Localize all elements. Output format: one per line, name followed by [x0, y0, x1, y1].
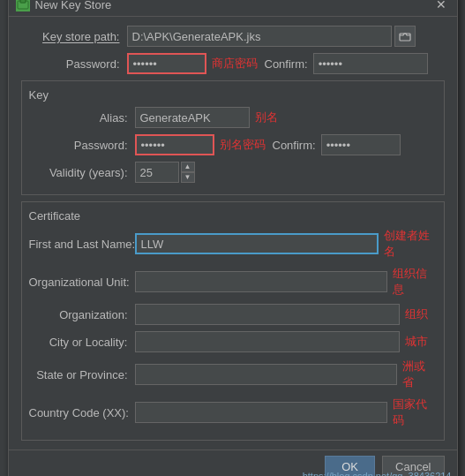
svg-rect-2: [400, 34, 410, 41]
keystore-path-input[interactable]: [127, 26, 392, 47]
validity-row: Validity (years): ▲ ▼: [29, 162, 437, 183]
key-confirm-input[interactable]: [321, 134, 401, 155]
org-unit-label: Organizational Unit:: [29, 276, 135, 289]
validity-spinner: ▲ ▼: [181, 162, 195, 183]
cert-section-title: Certificate: [29, 209, 437, 223]
city-row: City or Locality: 城市: [29, 331, 437, 352]
city-input[interactable]: [135, 331, 400, 352]
validity-label: Validity (years):: [29, 166, 135, 179]
state-label: State or Province:: [29, 368, 135, 382]
org-unit-input[interactable]: [135, 271, 387, 292]
org-label: Organization:: [29, 308, 135, 321]
dialog-title: New Key Store: [35, 0, 427, 11]
keystore-password-label: Password:: [21, 57, 127, 71]
org-unit-annotation: 组织信息: [393, 266, 437, 298]
key-confirm-label: Confirm:: [273, 139, 316, 152]
url-hint: https://blog.csdn.net/qq_38436214: [297, 469, 457, 476]
dialog-content: Key store path: Password: 商店密码 Confirm: …: [9, 17, 457, 450]
keystore-path-row: Key store path:: [21, 26, 445, 47]
key-password-row: Password: 别名密码 Confirm:: [29, 134, 437, 155]
dialog-icon: [16, 0, 30, 11]
keystore-path-label: Key store path:: [21, 30, 127, 43]
browse-button[interactable]: [394, 26, 416, 47]
keystore-password-annotation: 商店密码: [212, 56, 258, 72]
org-row: Organization: 组织: [29, 304, 437, 325]
title-bar: New Key Store ✕: [9, 0, 457, 17]
first-last-label: First and Last Name:: [29, 238, 135, 251]
city-annotation: 城市: [405, 334, 428, 350]
key-section-title: Key: [29, 88, 437, 102]
org-annotation: 组织: [405, 306, 428, 322]
new-key-store-dialog: New Key Store ✕ Key store path: Password…: [8, 0, 458, 476]
keystore-password-row: Password: 商店密码 Confirm:: [21, 53, 445, 74]
validity-down-button[interactable]: ▼: [181, 172, 195, 183]
country-input[interactable]: [135, 402, 387, 423]
keystore-password-input[interactable]: [127, 53, 206, 74]
country-annotation: 国家代码: [393, 397, 437, 428]
key-section: Key Alias: 别名 Password: 别名密码 Confirm: Va…: [21, 80, 445, 195]
country-label: Country Code (XX):: [29, 406, 135, 419]
key-password-annotation: 别名密码: [220, 137, 266, 153]
alias-label: Alias:: [29, 111, 135, 125]
state-input[interactable]: [135, 364, 397, 385]
keystore-confirm-label: Confirm:: [265, 57, 308, 71]
first-last-row: First and Last Name: 创建者姓名: [29, 228, 437, 260]
alias-annotation: 别名: [255, 110, 278, 125]
first-last-annotation: 创建者姓名: [384, 228, 437, 260]
org-unit-row: Organizational Unit: 组织信息: [29, 266, 437, 298]
alias-input[interactable]: [135, 107, 250, 128]
first-last-input[interactable]: [135, 233, 379, 254]
cert-section: Certificate First and Last Name: 创建者姓名 O…: [21, 201, 445, 441]
dialog-footer: OK Cancel https://blog.csdn.net/qq_38436…: [9, 450, 457, 476]
org-input[interactable]: [135, 304, 400, 325]
alias-row: Alias: 别名: [29, 107, 437, 128]
validity-up-button[interactable]: ▲: [181, 162, 195, 172]
state-row: State or Province: 洲或省: [29, 359, 437, 390]
state-annotation: 洲或省: [402, 359, 437, 390]
key-password-label: Password:: [29, 139, 135, 152]
country-row: Country Code (XX): 国家代码: [29, 397, 437, 428]
keystore-confirm-input[interactable]: [313, 53, 428, 74]
close-button[interactable]: ✕: [432, 0, 450, 11]
key-password-input[interactable]: [135, 134, 214, 155]
city-label: City or Locality:: [29, 336, 135, 349]
validity-input[interactable]: [135, 162, 179, 183]
